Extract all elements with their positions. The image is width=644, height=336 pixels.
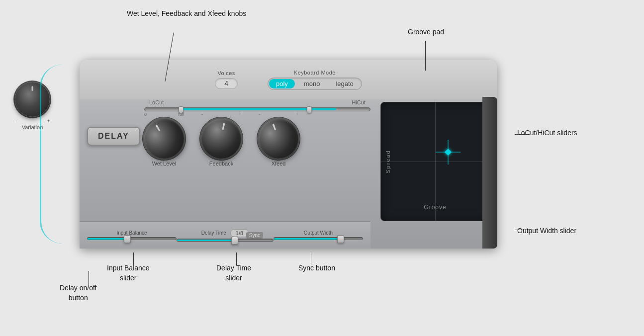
groove-pad[interactable]: Spread Groove bbox=[380, 102, 490, 221]
wet-level-knob[interactable] bbox=[137, 111, 191, 166]
wet-level-dot bbox=[156, 125, 158, 128]
filter-slider-fill bbox=[179, 108, 336, 110]
keyboard-mode-section: Keyboard Mode poly mono legato bbox=[268, 70, 362, 90]
wet-level-max: full bbox=[178, 112, 184, 117]
delay-time-thumb[interactable] bbox=[231, 237, 238, 245]
output-width-track[interactable] bbox=[274, 237, 363, 240]
output-width-label: Output Width bbox=[274, 230, 363, 236]
annotation-line-groove bbox=[425, 41, 426, 71]
hicut-slider-thumb[interactable] bbox=[307, 106, 312, 113]
xfeed-range-labels: - + bbox=[259, 112, 298, 117]
annotation-groove-pad: Groove pad bbox=[408, 27, 444, 37]
delay-time-section: Delay Time 1/8 Sync bbox=[177, 229, 274, 242]
delay-time-fill bbox=[177, 240, 235, 241]
locut-hicut-area: LoCut HiCut bbox=[144, 99, 370, 111]
xfeed-min: - bbox=[259, 112, 260, 117]
annotation-sync-button: Sync button bbox=[298, 263, 335, 273]
delay-time-label: Delay Time bbox=[201, 230, 226, 236]
groove-label: Groove bbox=[424, 204, 446, 211]
input-balance-track[interactable] bbox=[87, 237, 177, 240]
filter-slider-track[interactable] bbox=[144, 107, 370, 111]
voices-label: Voices bbox=[217, 70, 235, 76]
annotation-line-sync bbox=[311, 252, 311, 265]
left-arc-decoration bbox=[40, 65, 85, 244]
wet-level-knob-group: 0 full Wet Level bbox=[144, 112, 184, 167]
sync-badge[interactable]: Sync bbox=[246, 232, 263, 239]
bottom-sliders: Input Balance Delay Time 1/8 bbox=[80, 221, 370, 249]
groove-pad-grid bbox=[381, 102, 489, 221]
filter-labels: LoCut HiCut bbox=[144, 99, 370, 105]
delay-time-track[interactable]: Sync bbox=[177, 239, 274, 242]
top-controls: Voices 4 Keyboard Mode poly mono legato bbox=[80, 60, 497, 99]
output-width-section: Output Width bbox=[274, 230, 363, 240]
annotation-input-balance: Input Balanceslider bbox=[107, 263, 150, 283]
feedback-knob-group: - + Feedback bbox=[201, 112, 241, 167]
scene: - + Variation Voices 4 Keyboard Mode pol… bbox=[0, 0, 644, 336]
keyboard-mode-poly[interactable]: poly bbox=[269, 79, 295, 88]
input-balance-thumb[interactable] bbox=[124, 235, 131, 243]
delay-button[interactable]: DELAY bbox=[87, 127, 140, 146]
right-edge bbox=[482, 97, 497, 249]
annotation-line-output-width bbox=[515, 230, 530, 230]
keyboard-mode-label: Keyboard Mode bbox=[294, 70, 336, 76]
xfeed-label: Xfeed bbox=[272, 161, 286, 167]
annotation-line-locut bbox=[515, 134, 530, 135]
keyboard-mode-legato[interactable]: legato bbox=[328, 78, 361, 89]
output-width-fill bbox=[274, 238, 341, 240]
output-width-thumb[interactable] bbox=[337, 235, 344, 243]
voices-section: Voices 4 bbox=[215, 70, 238, 89]
annotation-delay-onoff: Delay on/offbutton bbox=[60, 283, 96, 303]
xfeed-dot bbox=[273, 124, 275, 127]
left-controls: DELAY LoCut HiCut bbox=[80, 97, 375, 249]
feedback-label: Feedback bbox=[209, 161, 233, 167]
feedback-max: + bbox=[239, 112, 241, 117]
annotation-delay-time: Delay Timeslider bbox=[216, 263, 251, 283]
xfeed-knob-group: - + Xfeed bbox=[259, 112, 298, 167]
variation-minus: - bbox=[15, 118, 16, 123]
feedback-knob[interactable] bbox=[198, 116, 245, 162]
wet-level-range-labels: 0 full bbox=[144, 112, 184, 117]
annotation-line-input-balance bbox=[133, 252, 134, 265]
annotation-output-width: Output Width slider bbox=[517, 226, 576, 236]
xfeed-max: + bbox=[296, 112, 298, 117]
feedback-range-labels: - + bbox=[201, 112, 241, 117]
annotation-wet-feedback-xfeed: Wet Level, Feedback and Xfeed knobs bbox=[127, 9, 246, 19]
variation-knob-mark bbox=[32, 86, 33, 91]
annotation-locut-hicut: LoCut/HiCut sliders bbox=[517, 128, 577, 138]
hicut-label: HiCut bbox=[352, 99, 366, 105]
input-balance-section: Input Balance bbox=[87, 230, 177, 240]
wet-level-label: Wet Level bbox=[152, 161, 177, 167]
plugin-panel: Voices 4 Keyboard Mode poly mono legato … bbox=[80, 60, 497, 249]
feedback-min: - bbox=[201, 112, 203, 117]
keyboard-mode-mono[interactable]: mono bbox=[296, 78, 328, 89]
locut-label: LoCut bbox=[149, 99, 164, 105]
spread-label: Spread bbox=[385, 150, 391, 173]
groove-pad-vline bbox=[435, 102, 436, 221]
wet-level-min: 0 bbox=[144, 112, 147, 117]
xfeed-knob[interactable] bbox=[253, 113, 304, 165]
input-balance-label: Input Balance bbox=[87, 230, 177, 236]
feedback-dot bbox=[223, 124, 225, 126]
delay-section: DELAY LoCut HiCut bbox=[80, 97, 497, 249]
input-balance-fill bbox=[88, 238, 127, 240]
keyboard-mode-buttons: poly mono legato bbox=[268, 78, 362, 90]
voices-value[interactable]: 4 bbox=[215, 78, 238, 89]
knobs-area: 0 full Wet Level - + bbox=[144, 112, 298, 167]
annotation-line-delay-time bbox=[236, 252, 237, 265]
annotation-line-delay-onoff bbox=[89, 271, 89, 285]
